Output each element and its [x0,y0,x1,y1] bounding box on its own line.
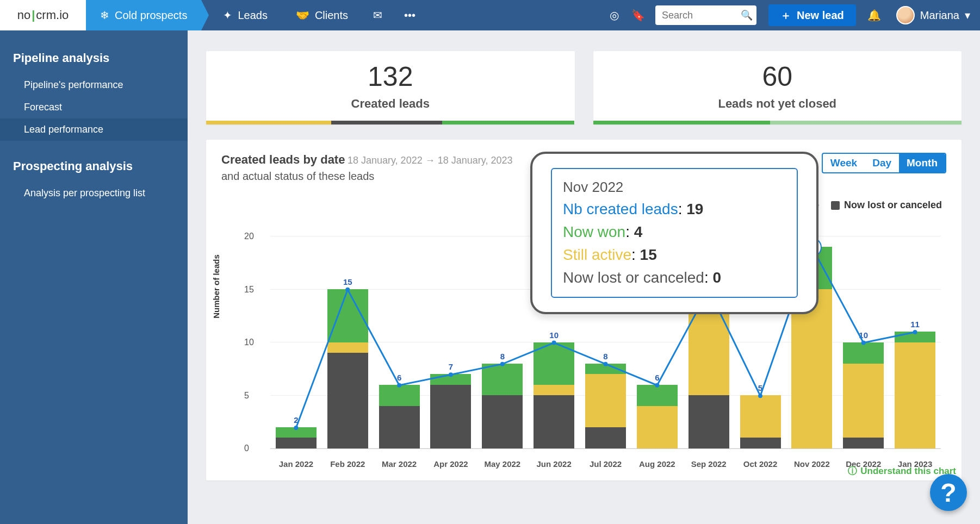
bar-column[interactable]: 2 [276,427,317,448]
bookmark-icon: 🔖 [631,9,645,22]
date-from: 18 January, 2022 [348,155,423,166]
info-icon: ⓘ [848,465,857,477]
y-axis-label: Number of leads [212,254,221,319]
envelope-icon: ✉ [373,9,382,22]
card-value: 132 [206,61,575,92]
logo-text: no [17,8,30,22]
sidebar-heading-pipeline: Pipeline analysis [0,47,188,74]
sidebar-item-lead-performance[interactable]: Lead performance [0,118,188,141]
sidebar: Pipeline analysis Pipeline's performance… [0,30,188,524]
bar-column[interactable]: 7 [430,374,471,448]
bar-column[interactable]: 8 [482,364,523,448]
ellipsis-icon: ••• [404,9,415,22]
x-tick: Jan 2022 [276,459,317,469]
tooltip-won-value: 4 [634,223,643,240]
tooltip-active-label: Still active [563,246,631,263]
bar-column[interactable]: 15 [327,289,368,448]
search-icon: 🔍 [741,9,753,21]
x-tick: Nov 2022 [791,459,832,469]
x-tick: Oct 2022 [740,459,781,469]
nav-clients[interactable]: 🤝 Clients [282,0,362,30]
search-box[interactable]: 🔍 [655,5,756,25]
bell-icon: 🔔 [867,9,881,22]
bullseye-icon: ◎ [610,9,619,22]
user-menu[interactable]: Mariana ▾ [886,0,980,30]
x-tick: Aug 2022 [637,459,678,469]
scale-day[interactable]: Day [865,154,899,172]
top-navbar: no|crm.io ❄ Cold prospects ✦ Leads 🤝 Cli… [0,0,980,30]
nav-mail[interactable]: ✉ [362,0,393,30]
chart-subtitle: and actual status of these leads [221,170,512,183]
search-button[interactable]: 🔍 [737,5,756,25]
sidebar-item-prospecting-list[interactable]: Analysis per prospecting list [0,182,188,204]
date-to: 18 January, 2023 [438,155,513,166]
nav-leads[interactable]: ✦ Leads [201,0,282,30]
bar-column[interactable]: 8 [585,364,626,448]
x-tick: Sep 2022 [689,459,729,469]
caret-down-icon: ▾ [965,9,970,22]
x-tick: Jul 2022 [585,459,626,469]
notifications-button[interactable]: 🔔 [863,0,886,30]
card-not-closed[interactable]: 60 Leads not yet closed [593,51,962,124]
card-value: 60 [593,61,962,92]
plus-icon: ＋ [780,8,791,23]
tooltip-active-value: 15 [640,246,657,263]
search-input[interactable] [655,5,737,25]
help-icon: ? [940,478,956,508]
tooltip-created-label: Nb created leads [563,201,678,217]
brand-logo[interactable]: no|crm.io [0,0,86,30]
nav-cold-prospects[interactable]: ❄ Cold prospects [86,0,201,30]
card-created-leads[interactable]: 132 Created leads [206,51,575,124]
main-content: 132 Created leads 60 Leads not yet close… [188,30,980,524]
card-label: Leads not yet closed [593,97,962,111]
user-name: Mariana [920,9,959,22]
goals-button[interactable]: ◎ [602,0,626,30]
nav-more[interactable]: ••• [393,0,426,30]
avatar [896,6,915,24]
sidebar-item-forecast[interactable]: Forecast [0,96,188,118]
x-tick: Mar 2022 [379,459,420,469]
x-tick: Jun 2022 [534,459,574,469]
handshake-icon: 🤝 [296,9,309,22]
tooltip-created-value: 19 [686,201,703,217]
tooltip-lost-label: Now lost or canceled [563,269,704,286]
new-lead-button[interactable]: ＋ New lead [768,4,856,26]
bar-column[interactable]: 6 [379,385,420,448]
bar-column[interactable]: 11 [895,332,935,448]
x-tick: Feb 2022 [327,459,368,469]
sidebar-item-performance[interactable]: Pipeline's performance [0,74,188,96]
help-button[interactable]: ? [930,474,967,511]
scale-week[interactable]: Week [823,154,865,172]
card-label: Created leads [206,97,575,111]
legend-lost: Now lost or canceled [844,199,942,211]
nav-label: Clients [315,9,348,22]
chart-panel: Created leads by date 18 January, 2022 →… [206,140,962,481]
bar-column[interactable]: 5 [740,395,781,448]
nav-label: Cold prospects [115,9,187,22]
snowflake-icon: ❄ [100,9,109,22]
new-lead-label: New lead [797,9,844,22]
bar-column[interactable]: 10 [843,342,884,448]
x-tick: May 2022 [482,459,523,469]
sidebar-heading-prospecting: Prospecting analysis [0,155,188,182]
bar-column[interactable]: 10 [534,342,574,448]
tooltip-won-label: Now won [563,223,625,240]
target-icon: ✦ [223,9,232,22]
nav-label: Leads [238,9,268,22]
bookmark-button[interactable]: 🔖 [626,0,650,30]
logo-text: crm [36,8,56,22]
scale-month[interactable]: Month [899,154,945,172]
tooltip-month: Nov 2022 [563,177,786,198]
bar-column[interactable]: 6 [637,385,678,448]
chart-tooltip: Nov 2022 Nb created leads: 19 Now won: 4… [530,152,818,314]
logo-text: .io [56,8,69,22]
x-tick: Apr 2022 [430,459,471,469]
chart-title: Created leads by date [221,153,345,166]
tooltip-lost-value: 0 [712,269,721,286]
